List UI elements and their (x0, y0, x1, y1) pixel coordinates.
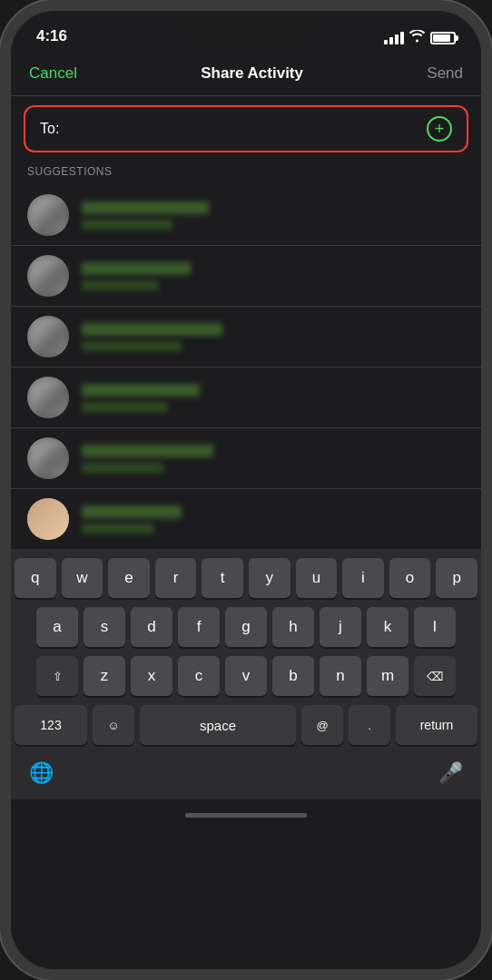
shift-key[interactable]: ⇧ (36, 656, 78, 696)
key-j[interactable]: j (320, 607, 361, 647)
avatar (27, 377, 69, 418)
contact-info (82, 445, 465, 473)
key-n[interactable]: n (320, 656, 361, 696)
key-t[interactable]: t (202, 558, 243, 598)
key-o[interactable]: o (389, 558, 431, 598)
key-l[interactable]: l (414, 607, 456, 647)
key-a[interactable]: a (36, 607, 78, 647)
contact-name (82, 384, 200, 397)
keyboard: q w e r t y u i o p a s d f g h j k (11, 549, 481, 799)
key-e[interactable]: e (108, 558, 150, 598)
battery-icon (430, 32, 456, 44)
list-item[interactable] (11, 307, 481, 368)
to-field-container: To: + (24, 105, 468, 152)
add-recipient-button[interactable]: + (427, 116, 452, 142)
period-key[interactable]: . (349, 705, 390, 745)
key-b[interactable]: b (272, 656, 314, 696)
home-indicator (11, 799, 481, 830)
key-f[interactable]: f (178, 607, 220, 647)
key-v[interactable]: v (225, 656, 267, 696)
suggestions-section: SUGGESTIONS (11, 160, 481, 549)
numbers-key[interactable]: 123 (15, 705, 87, 745)
at-key[interactable]: @ (301, 705, 343, 745)
keyboard-row-2: a s d f g h j k l (15, 607, 477, 647)
plus-icon: + (435, 120, 445, 139)
key-u[interactable]: u (296, 558, 338, 598)
delete-key[interactable]: ⌫ (414, 656, 456, 696)
microphone-icon[interactable]: 🎤 (438, 761, 463, 785)
key-g[interactable]: g (225, 607, 267, 647)
contact-info (82, 201, 465, 230)
space-key[interactable]: space (140, 705, 296, 745)
contact-info (82, 505, 465, 534)
key-d[interactable]: d (131, 607, 172, 647)
page-title: Share Activity (201, 64, 303, 83)
contact-info (82, 262, 465, 290)
status-icons (384, 30, 456, 45)
notch (173, 11, 319, 36)
contact-info (82, 323, 465, 351)
contact-name (82, 505, 182, 518)
suggestions-label: SUGGESTIONS (11, 160, 481, 185)
contact-sub (82, 524, 154, 534)
list-item[interactable] (11, 185, 481, 246)
cancel-button[interactable]: Cancel (29, 64, 77, 83)
key-r[interactable]: r (155, 558, 197, 598)
avatar (27, 194, 69, 236)
to-label: To: (40, 121, 59, 137)
avatar (27, 316, 69, 358)
return-key[interactable]: return (396, 705, 477, 745)
home-bar (185, 813, 307, 818)
avatar (27, 255, 69, 297)
key-m[interactable]: m (367, 656, 408, 696)
contact-sub (82, 463, 163, 473)
list-item[interactable] (11, 428, 481, 489)
status-time: 4:16 (36, 27, 67, 45)
suggestions-list (11, 185, 481, 549)
key-y[interactable]: y (249, 558, 290, 598)
contact-sub (82, 341, 182, 351)
key-i[interactable]: i (342, 558, 384, 598)
contact-info (82, 384, 465, 412)
avatar (27, 437, 69, 479)
contact-sub (82, 402, 168, 412)
contact-sub (82, 280, 159, 290)
key-c[interactable]: c (178, 656, 220, 696)
keyboard-row-4: 123 ☺ space @ . return (15, 705, 477, 745)
phone-frame: 4:16 Cancel Sh (0, 0, 492, 980)
send-button[interactable]: Send (427, 64, 463, 83)
key-z[interactable]: z (84, 656, 125, 696)
battery-fill (433, 34, 450, 42)
avatar (27, 498, 69, 540)
key-k[interactable]: k (367, 607, 408, 647)
contact-name (82, 262, 191, 275)
keyboard-row-1: q w e r t y u i o p (15, 558, 477, 598)
key-h[interactable]: h (272, 607, 314, 647)
phone-screen: 4:16 Cancel Sh (11, 11, 481, 969)
emoji-key[interactable]: ☺ (93, 705, 134, 745)
globe-icon[interactable]: 🌐 (29, 761, 54, 785)
signal-bars-icon (384, 32, 404, 44)
contact-name (82, 445, 213, 457)
key-s[interactable]: s (84, 607, 125, 647)
list-item[interactable] (11, 246, 481, 307)
key-w[interactable]: w (62, 558, 103, 598)
contact-name (82, 201, 209, 214)
list-item[interactable] (11, 368, 481, 428)
keyboard-bottom: 🌐 🎤 (15, 754, 477, 796)
key-x[interactable]: x (131, 656, 172, 696)
key-p[interactable]: p (436, 558, 477, 598)
to-input[interactable] (64, 121, 419, 137)
list-item[interactable] (11, 489, 481, 549)
key-q[interactable]: q (15, 558, 56, 598)
wifi-icon (409, 30, 425, 45)
nav-bar: Cancel Share Activity Send (11, 51, 481, 96)
keyboard-row-3: ⇧ z x c v b n m ⌫ (15, 656, 477, 696)
contact-sub (82, 220, 172, 230)
contact-name (82, 323, 222, 336)
